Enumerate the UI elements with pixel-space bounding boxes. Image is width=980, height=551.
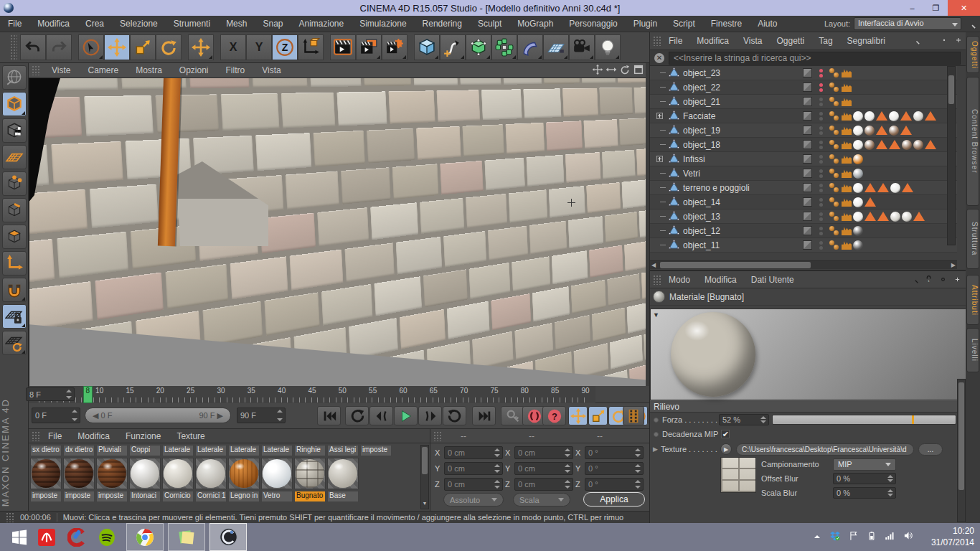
taskbar-clock[interactable]: 10:20 31/07/2014 — [931, 525, 974, 548]
material-menu-funzione[interactable]: Funzione — [118, 431, 169, 441]
layer-box-icon[interactable] — [803, 183, 812, 192]
phong-tag-icon[interactable] — [829, 226, 840, 236]
add-camera-button[interactable] — [569, 34, 595, 60]
material-tag-icon[interactable] — [913, 140, 923, 150]
search-icon[interactable]: circle cx="10" cy="10" r="6" fill="none"… — [910, 274, 919, 287]
material-tag-icon[interactable] — [913, 111, 923, 121]
render-picture-viewer-button[interactable] — [356, 34, 382, 60]
material-tag-icon[interactable] — [890, 212, 900, 222]
current-frame-field[interactable]: 8 F — [26, 387, 75, 401]
menu-snap[interactable]: Snap — [255, 16, 291, 32]
object-hscrollbar[interactable]: ◀▶ — [650, 260, 957, 269]
live-selection-button[interactable] — [78, 34, 104, 60]
material-tag-icon[interactable] — [864, 140, 875, 150]
dock-tab-oggetti[interactable]: Oggetti — [966, 36, 979, 73]
menu-mesh[interactable]: Mesh — [218, 16, 255, 32]
selection-tag-icon[interactable] — [925, 111, 936, 121]
phong-tag-icon[interactable] — [829, 154, 840, 164]
viewport-canvas[interactable] — [29, 78, 646, 386]
goto-end-button[interactable] — [472, 406, 496, 425]
add-spline-button[interactable] — [440, 34, 466, 60]
selection-tag-icon[interactable] — [925, 140, 936, 149]
add-generator-button[interactable] — [466, 34, 491, 60]
phong-tag-icon[interactable] — [829, 111, 840, 121]
menu-rendering[interactable]: Rendering — [415, 16, 470, 32]
visibility-dots-icon[interactable] — [819, 184, 823, 192]
lock-workplane-button[interactable] — [2, 304, 27, 329]
dock-tab-struttura[interactable]: Struttura — [966, 209, 979, 269]
menu-finestre[interactable]: Finestre — [703, 16, 750, 32]
material-thumbnail[interactable] — [261, 458, 293, 489]
material-thumbnail[interactable] — [294, 458, 326, 489]
layer-box-icon[interactable] — [803, 68, 812, 77]
scale-y-field[interactable]: 0 cm — [514, 462, 573, 475]
visibility-dots-icon[interactable] — [819, 155, 823, 164]
material-name-label[interactable]: Laterale — [261, 445, 293, 456]
material-name-label[interactable]: Laterale — [228, 445, 260, 456]
visibility-dots-icon[interactable] — [819, 112, 823, 121]
rotation-z-field[interactable]: 0 ° — [585, 478, 644, 491]
play-backwards-button[interactable] — [345, 406, 369, 425]
edges-mode-button[interactable] — [2, 198, 27, 222]
eye-icon[interactable]: ellipse cx="12" cy="12" rx="9" ry="5" fi… — [939, 35, 949, 48]
phong-tag-icon[interactable] — [829, 126, 840, 136]
battery-icon[interactable] — [867, 531, 877, 544]
taskbar-cinema4d-button[interactable] — [209, 523, 247, 551]
position-y-field[interactable]: 0 cm — [444, 462, 503, 475]
object-row[interactable]: terreno e poggioli — [650, 181, 957, 195]
object-row[interactable]: object_19 — [650, 123, 957, 138]
material-tag-icon[interactable] — [853, 226, 863, 236]
texture-mode-button[interactable] — [2, 118, 27, 143]
range-start-field[interactable]: 0 F — [32, 408, 80, 423]
lock-icon[interactable]: rect x="5" y="10" width="14" height="10"… — [924, 274, 933, 287]
position-mode-dropdown[interactable]: Assoluto — [443, 493, 504, 507]
object-scrollbar[interactable] — [947, 66, 956, 245]
material-name-label[interactable]: Laterale — [162, 445, 194, 456]
search-icon[interactable]: circle cx="10" cy="10" r="6" fill="none"… — [910, 35, 920, 48]
add-deformer-button[interactable] — [517, 34, 543, 60]
object-row[interactable]: object_12 — [650, 224, 957, 238]
material-tag-icon[interactable] — [864, 111, 875, 121]
object-row[interactable]: Facciate — [650, 109, 957, 123]
hidden-icons-chevron[interactable] — [813, 531, 821, 544]
material-tag-icon[interactable] — [853, 240, 863, 250]
spinner-arrows-icon[interactable] — [887, 475, 893, 482]
visibility-dots-icon[interactable] — [819, 241, 823, 250]
dock-tab-livelli[interactable]: Livelli — [966, 328, 979, 372]
phong-tag-icon[interactable] — [829, 68, 840, 78]
expand-plus-icon[interactable] — [656, 113, 663, 119]
phong-tag-icon[interactable] — [829, 183, 840, 193]
attribute-menu-dati-utente[interactable]: Dati Utente — [744, 275, 801, 285]
phong-tag-icon[interactable] — [829, 83, 840, 93]
offset-blur-field[interactable]: 0 % — [833, 473, 896, 484]
menu-crea[interactable]: Crea — [77, 16, 112, 32]
play-loop-button[interactable] — [443, 406, 466, 425]
add-environment-button[interactable] — [543, 34, 569, 60]
scale-x-field[interactable]: 0 cm — [514, 446, 573, 459]
uvw-tag-icon[interactable] — [842, 126, 852, 135]
menu-aiuto[interactable]: Aiuto — [750, 16, 785, 32]
taskbar-avira-button[interactable] — [32, 523, 62, 551]
material-name-label[interactable]: imposte — [96, 491, 128, 502]
material-tag-icon[interactable] — [853, 197, 863, 207]
material-tag-icon[interactable] — [853, 183, 863, 193]
material-thumbnail[interactable] — [63, 458, 95, 489]
toggle-view-icon[interactable] — [633, 64, 644, 75]
viewport-grip[interactable] — [32, 65, 40, 75]
material-tag-icon[interactable] — [853, 126, 863, 136]
object-menu-oggetti[interactable]: Oggetti — [770, 36, 812, 46]
campionamento-dropdown[interactable]: MIP — [833, 458, 896, 471]
undo-button[interactable] — [20, 34, 46, 60]
uvw-tag-icon[interactable] — [842, 212, 852, 221]
material-thumbnail[interactable] — [30, 458, 62, 489]
visibility-dots-icon[interactable] — [819, 83, 823, 92]
visibility-dots-icon[interactable] — [819, 169, 823, 178]
material-thumbnail[interactable] — [195, 458, 227, 489]
spinner-arrows-icon[interactable] — [494, 448, 500, 457]
scala-blur-field[interactable]: 0 % — [833, 487, 896, 499]
selection-tag-icon[interactable] — [864, 197, 876, 207]
attribute-grip[interactable] — [653, 275, 661, 285]
menu-selezione[interactable]: Selezione — [112, 16, 166, 32]
decadenza-checkbox[interactable]: ✔ — [721, 430, 730, 438]
uvw-tag-icon[interactable] — [842, 226, 852, 235]
